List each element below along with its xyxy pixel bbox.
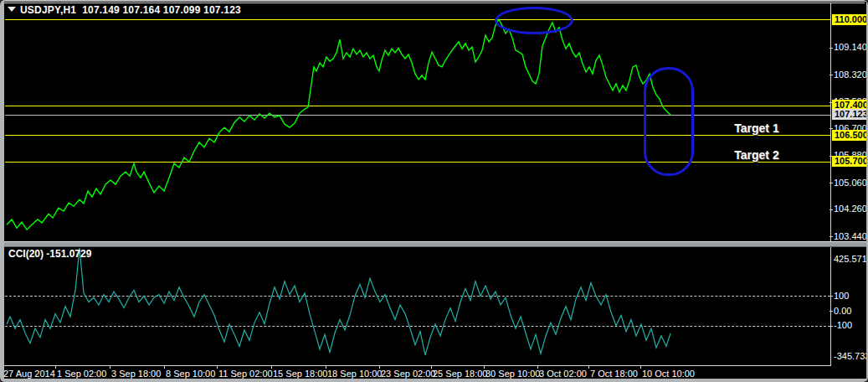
cci-axis-tick [829, 311, 833, 312]
time-axis-label: 11 Sep 02:00 [218, 369, 273, 379]
time-axis-tick [110, 365, 110, 369]
time-axis-label: 8 Sep 10:00 [166, 369, 215, 379]
time-axis-label: 18 Sep 10:00 [327, 369, 382, 379]
time-axis-label: 10 Oct 10:00 [642, 369, 695, 379]
price-axis-label: 108.320 [834, 70, 867, 80]
price-level-label-106.500: 106.500 [832, 130, 868, 141]
price-axis-label: 104.260 [834, 204, 867, 214]
chart-surface[interactable] [0, 0, 868, 382]
price-axis-tick [829, 75, 833, 75]
time-axis-tick [217, 365, 218, 369]
price-axis-tick [829, 236, 833, 237]
window-bottom-frame [0, 379, 868, 382]
target-2-text-object[interactable]: Target 2 [718, 148, 795, 162]
time-axis-tick [379, 365, 380, 369]
window-top-frame [0, 0, 868, 2]
time-axis-tick [484, 365, 485, 369]
cci-axis-label: 0.00 [834, 306, 851, 317]
ellipse-annotation-right[interactable] [644, 67, 694, 176]
symbol-timeframe-label: USDJPY,H1 [20, 4, 76, 16]
time-axis-tick [588, 365, 589, 369]
time-axis-label: 15 Sep 18:00 [273, 369, 327, 379]
time-axis-label: 25 Sep 18:00 [433, 369, 487, 379]
ellipse-annotation-top[interactable] [495, 7, 573, 34]
mt4-chart-window: USDJPY,H1107.149 107.164 107.099 107.123… [0, 0, 868, 382]
price-axis-tick [829, 48, 833, 49]
cci-indicator-label: CCI(20) -151.0729 [8, 248, 91, 260]
time-axis-tick [55, 365, 56, 369]
cci-axis-label: 100 [834, 291, 849, 302]
ohlc-values: 107.149 107.164 107.099 107.123 [82, 4, 241, 16]
cci-line-series [7, 248, 670, 355]
cci-axis-label: -100 [834, 320, 852, 331]
cci-axis-tick [829, 326, 833, 327]
time-axis-tick [431, 365, 432, 369]
time-axis-tick [271, 365, 272, 369]
price-axis-label: 105.060 [834, 178, 867, 188]
price-axis-tick [829, 183, 833, 183]
time-axis-label: 27 Aug 2014 [3, 369, 55, 379]
time-axis-label: 3 Sep 18:00 [111, 369, 161, 379]
time-axis-label: 30 Sep 10:00 [485, 369, 540, 379]
cci-max-label: 425.5717 [834, 254, 868, 265]
time-axis-label: 1 Sep 02:00 [57, 369, 106, 379]
time-axis-label: 7 Oct 18:00 [590, 369, 638, 379]
time-axis-label: 23 Sep 02:00 [381, 369, 435, 379]
time-axis-tick [537, 365, 538, 369]
time-axis-tick [640, 365, 641, 369]
symbol-dropdown-icon[interactable] [8, 7, 16, 12]
price-level-label-110.000: 110.000 [832, 14, 868, 25]
price-line-series [7, 19, 670, 230]
time-axis-tick [326, 365, 326, 369]
price-axis-tick [829, 209, 833, 210]
cci-axis-tick [829, 296, 833, 297]
price-level-label-105.700: 105.700 [832, 156, 868, 167]
chart-title-bar: USDJPY,H1107.149 107.164 107.099 107.123 [20, 4, 241, 16]
time-axis-label: 3 Oct 02:00 [539, 369, 587, 379]
price-axis-tick [829, 128, 833, 129]
window-left-frame [0, 0, 4, 382]
price-axis-label: 109.140 [834, 42, 867, 53]
time-axis-tick [164, 365, 165, 369]
pane-separator-handle[interactable] [0, 241, 868, 247]
current-price-label: 107.123 [832, 109, 868, 120]
target-1-text-object[interactable]: Target 1 [718, 121, 795, 135]
cci-min-label: -345.7336 [834, 351, 868, 362]
